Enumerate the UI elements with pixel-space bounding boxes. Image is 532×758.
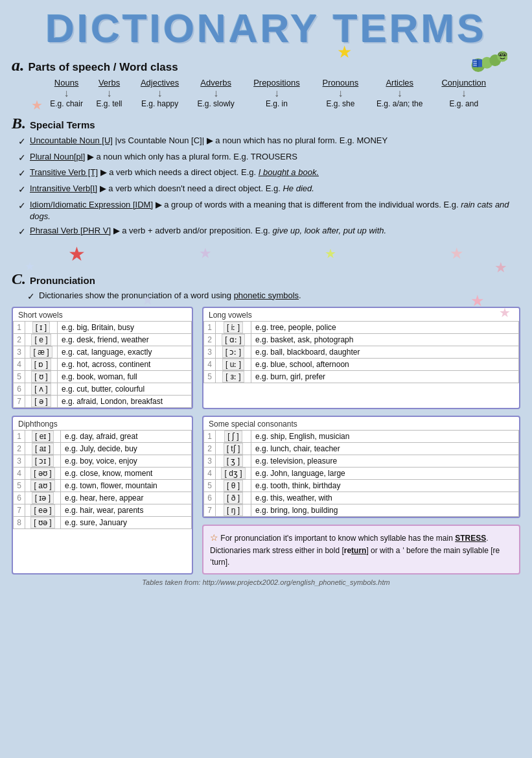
stress-star: ☆ [210,532,218,543]
table-row: 5 [ θ ] e.g. tooth, think, birthday [204,479,519,492]
table-row: 6 [ ɪə ] e.g. hear, here, appear [14,492,192,504]
pos-label-adverbs: Adverbs [190,78,242,88]
pos-label-conjunction: Conjunction [430,78,498,88]
checkmark-c: ✓ [27,291,35,302]
special-consonants-title: Some special consonants [203,417,519,430]
diphthongs-title: Diphthongs [13,417,192,430]
arrow-adverbs: ↓ [190,88,242,99]
section-c-letter: C. [12,270,26,288]
star-pink3: ★ [450,244,464,263]
diphthongs-table: Diphthongs 1 [ eɪ ] e.g. day, afraid, gr… [12,416,193,574]
table-row: 5 [ aʊ ] e.g. town, flower, mountain [14,479,192,492]
eg-pronouns: E.g. she [312,99,369,108]
table-row: 8 [ ʊə ] e.g. sure, January [14,516,192,528]
star-decoration-5: ★ [470,292,485,310]
table-row: 2 [ ɑː ] e.g. basket, ask, photograph [204,333,519,346]
arrow-articles: ↓ [369,88,430,99]
worm-icon [468,44,507,77]
pos-label-nouns: Nouns [44,78,89,88]
table-row: 2 [ aɪ ] e.g. July, decide, buy [14,442,192,455]
table-row: 1 [ iː ] e.g. tree, people, police [204,321,519,333]
eg-nouns: E.g. chair [44,99,89,108]
pos-label-pronouns: Pronouns [312,78,369,88]
arrow-adjectives: ↓ [130,88,190,99]
term-phrasal: ✓ Phrasal Verb [PHR V] ▶ a verb + adverb… [18,225,520,239]
term-4-text: Intransitive Verb[I] ▶ a verb which does… [30,183,520,195]
table-row: 3 [ ɔː ] e.g. ball, blackboard, daughter [204,346,519,358]
checkmark-6: ✓ [18,226,26,239]
page-title: DICTIONARY TERMS [12,6,520,51]
eg-verbs: E.g. tell [89,99,130,108]
source-note: Tables taken from: http://www.projectx20… [12,578,520,586]
table-row: 5 [ ʊ ] e.g. book, woman, full [14,370,192,383]
eg-articles: E.g. a/an; the [369,99,430,108]
star-decoration-4: ★ [25,259,35,274]
pos-label-verbs: Verbs [89,78,130,88]
term-idiom: ✓ Idiom/Idiomatic Expression [IDM] ▶ a g… [18,199,520,222]
svg-point-4 [497,51,507,62]
section-b: B. Special Terms ✓ Uncountable Noun [U] … [12,115,520,238]
table-row: 4 [ dʒ ] e.g. John, language, large [204,467,519,479]
checkmark-3: ✓ [18,167,26,180]
table-row: 3 [ ʒ ] e.g. television, pleasure [204,455,519,467]
term-3-text: Transitive Verb [T] ▶ a verb which needs… [30,167,520,178]
arrow-conjunction: ↓ [430,88,498,99]
table-row: 3 [ ɔɪ ] e.g. boy, voice, enjoy [14,455,192,467]
star-red: ★ [68,243,86,265]
arrow-prepositions: ↓ [242,88,312,99]
star-lavender: ★ [199,245,212,262]
table-row: 7 [ ŋ ] e.g. bring, long, building [204,504,519,516]
table-row: 7 [ ə ] e.g. afraid, London, breakfast [14,395,192,407]
checkmark-2: ✓ [18,152,26,165]
eg-conjunction: E.g. and [430,99,498,108]
checkmark-1: ✓ [18,136,26,148]
table-row: 4 [ ɒ ] e.g. hot, across, continent [14,358,192,370]
pronunciation-text: Dictionaries show the pronunciation of a… [39,290,301,300]
term-2-text: Plural Noun[pl] ▶ a noun which only has … [30,151,520,163]
term-transitive: ✓ Transitive Verb [T] ▶ a verb which nee… [18,167,520,180]
table-row: 5 [ ɜː ] e.g. burn, girl, prefer [204,370,519,383]
stress-note-box: ☆ For pronunciation it's important to kn… [202,525,520,574]
table-row: 4 [ uː ] e.g. blue, school, afternoon [204,358,519,370]
section-b-letter: B. [12,115,26,132]
special-consonants-table: Some special consonants 1 [ ʃ ] e.g. shi… [202,416,520,518]
stress-note-text: For pronunciation it's important to know… [210,534,500,567]
short-vowels-title: Short vowels [13,308,192,321]
table-row: 4 [ əʊ ] e.g. close, know, moment [14,467,192,479]
pos-label-prepositions: Prepositions [242,78,312,88]
pos-label-adjectives: Adjectives [130,78,190,88]
phonetic-bottom-row: Diphthongs 1 [ eɪ ] e.g. day, afraid, gr… [12,416,520,574]
table-row: 6 [ ʌ ] e.g. cut, butter, colourful [14,383,192,395]
checkmark-4: ✓ [18,184,26,196]
pos-label-articles: Articles [369,78,430,88]
term-plural: ✓ Plural Noun[pl] ▶ a noun which only ha… [18,151,520,165]
term-1-text: Uncountable Noun [U] |vs Countable Noun … [30,135,520,147]
svg-rect-10 [478,60,479,67]
term-6-text: Phrasal Verb [PHR V] ▶ a verb + adverb a… [30,225,520,237]
short-vowels-table: Short vowels 1 [ ɪ ] e.g. big, Britain, … [12,307,193,409]
section-a-letter: a. [12,56,25,75]
section-a: a. Parts of speech / Word class Nouns Ve… [12,56,520,108]
stars-divider: ★ ★ ★ ★ [12,243,520,265]
star-decoration-1: ★ [337,42,352,62]
star-decoration-7: ★ [499,305,511,320]
term-intransitive: ✓ Intransitive Verb[I] ▶ a verb which do… [18,183,520,196]
star-lime: ★ [325,246,336,261]
star-decoration-3: ★ [494,259,507,276]
section-c-header: Pronunciation [30,275,95,286]
table-row: 1 [ eɪ ] e.g. day, afraid, great [14,430,192,442]
table-row: 2 [ e ] e.g. desk, friend, weather [14,333,192,346]
arrow-verbs: ↓ [89,88,130,99]
section-b-header: Special Terms [30,119,95,130]
right-col: Some special consonants 1 [ ʃ ] e.g. shi… [202,416,520,574]
long-vowels-table: Long vowels 1 [ iː ] e.g. tree, people, … [202,307,520,409]
table-row: 1 [ ɪ ] e.g. big, Britain, busy [14,321,192,333]
star-decoration-6: ★ [141,292,154,309]
star-decoration-2: ★ [31,97,43,113]
table-row: 3 [ æ ] e.g. cat, language, exactly [14,346,192,358]
eg-adverbs: E.g. slowly [190,99,242,108]
table-row: 1 [ ʃ ] e.g. ship, English, musician [204,430,519,442]
arrow-nouns: ↓ [44,88,89,99]
section-a-header: Parts of speech / Word class [29,61,178,74]
section-c: C. Pronunciation ✓ Dictionaries show the… [12,270,520,302]
